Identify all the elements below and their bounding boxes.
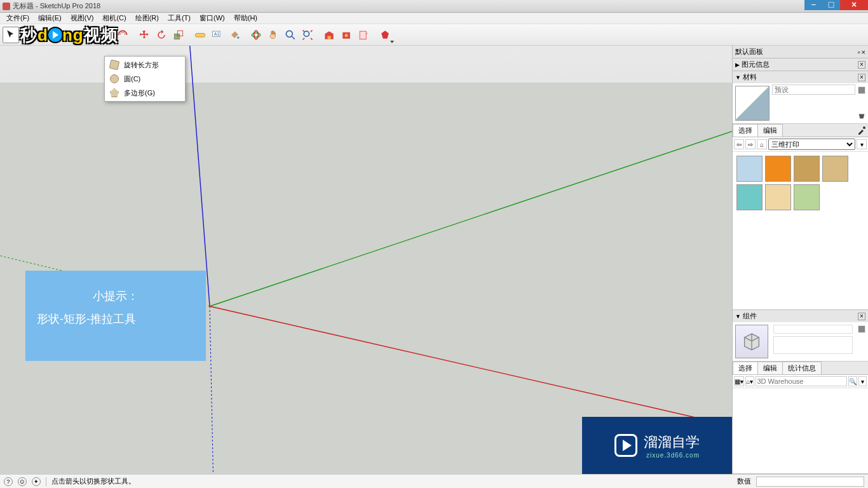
material-swatch[interactable] [794,184,820,210]
offset-tool[interactable] [114,27,131,43]
eraser-tool[interactable] [24,27,41,43]
nav-back-button[interactable]: ⇦ [734,139,744,149]
menu-tools[interactable]: 工具(T) [164,13,194,24]
material-swatch[interactable] [765,184,791,210]
tray-pin-icon[interactable]: ▫ [858,48,860,56]
menu-item-polygon[interactable]: 多边形(G) [106,86,184,100]
eraser-icon [26,29,39,41]
zoom-extents-tool[interactable] [299,27,316,43]
material-name-input[interactable] [772,85,855,95]
svg-line-19 [210,306,732,427]
ruby-tool[interactable] [377,27,393,43]
component-desc-field[interactable] [773,336,853,354]
tape-tool[interactable] [192,27,208,43]
view-mode-button[interactable]: ▦▾ [734,376,744,386]
scale-tool[interactable] [170,27,187,43]
nav-home-button[interactable]: ⌂▾ [745,376,754,386]
rotate-tool[interactable] [153,27,170,43]
menu-item-rotated-rectangle[interactable]: 旋转长方形 [106,58,184,72]
panel-close-icon[interactable]: × [858,74,865,81]
menu-item-circle[interactable]: 圆(C) [106,72,184,86]
extension-warehouse-tool[interactable] [338,27,355,43]
menu-view[interactable]: 视图(V) [67,13,98,24]
component-thumb[interactable] [735,325,768,358]
panel-close-icon[interactable]: × [858,313,865,320]
search-button[interactable]: 🔍 [848,376,857,386]
orbit-tool[interactable] [248,27,264,43]
svg-line-15 [189,46,210,306]
components-list[interactable] [733,388,868,473]
measurement-input[interactable] [756,477,864,487]
move-tool[interactable] [136,27,153,43]
select-tool[interactable] [3,27,19,43]
menu-draw[interactable]: 绘图(R) [132,13,163,24]
material-swatch[interactable] [822,156,848,182]
gear-box-icon [340,29,353,41]
default-material-icon[interactable] [857,112,866,121]
maximize-button[interactable]: □ [822,0,840,10]
pushpull-icon [99,29,112,41]
nav-home-button[interactable]: ⌂ [757,139,767,149]
material-swatch[interactable] [794,156,820,182]
material-swatch[interactable] [736,184,763,210]
window-title: 无标题 - SketchUp Pro 2018 [13,1,100,11]
create-material-icon[interactable] [857,86,866,95]
paint-tool[interactable] [226,27,243,43]
shapes-tool[interactable] [76,27,92,43]
tab-stats[interactable]: 统计信息 [782,362,822,374]
viewport-3d[interactable]: 旋转长方形 圆(C) 多边形(G) 小提示： 形状-矩形-推拉工具 溜溜自学 z… [0,46,732,474]
minimize-button[interactable]: − [804,0,822,10]
warehouse-icon [323,29,336,41]
nav-menu-button[interactable]: ▾ [857,139,867,149]
materials-nav: ⇦ ⇨ ⌂ 三维打印 ▾ [733,137,868,152]
nav-menu-button[interactable]: ▾ [858,376,867,386]
component-name-field[interactable] [773,325,853,334]
zoom-icon [284,29,297,41]
tab-select[interactable]: 选择 [733,124,758,137]
search-input[interactable] [756,376,847,386]
shapes-dropdown-menu: 旋转长方形 圆(C) 多边形(G) [104,56,186,102]
panel-close-icon[interactable]: × [858,61,865,69]
help-icon[interactable]: ? [4,477,13,486]
pan-tool[interactable] [265,27,281,43]
arc-tool[interactable] [58,27,75,43]
material-swatch[interactable] [736,156,763,182]
menu-file[interactable]: 文件(F) [3,13,33,24]
tab-edit[interactable]: 编辑 [757,124,783,137]
toolbar: A1 秒dng视频 [0,24,868,46]
replace-selected-icon[interactable] [857,325,866,334]
panel-head-components[interactable]: ▼组件 × [733,310,868,322]
tab-select[interactable]: 选择 [733,362,758,374]
panel-title: 图元信息 [742,60,770,68]
tray-header[interactable]: 默认面板 ▫ × [733,46,868,58]
menu-help[interactable]: 帮助(H) [230,13,261,24]
pushpull-tool[interactable] [97,27,114,43]
nav-fwd-button[interactable]: ⇨ [745,139,756,149]
collection-select[interactable]: 三维打印 [768,139,855,150]
svg-point-13 [345,34,348,37]
geolocation-icon[interactable]: ⊙ [18,477,27,486]
menu-camera[interactable]: 相机(C) [98,13,130,24]
warehouse-tool[interactable] [321,27,337,43]
orbit-icon [250,29,262,41]
measurement-label: 数值 [737,477,751,486]
close-button[interactable]: × [840,0,868,10]
material-swatch[interactable] [765,156,791,182]
line-tool[interactable] [41,27,58,43]
layout-tool[interactable] [355,27,372,43]
menu-edit[interactable]: 编辑(E) [34,13,65,24]
tip-body: 形状-矩形-推拉工具 [37,308,194,330]
panel-head-materials[interactable]: ▼材料 × [733,71,868,83]
eyedropper-icon[interactable] [857,125,867,135]
tray-close-icon[interactable]: × [862,48,865,56]
tab-edit[interactable]: 编辑 [757,362,783,374]
menu-window[interactable]: 窗口(W) [196,13,229,24]
text-tool[interactable]: A1 [209,27,226,43]
components-search-bar: ▦▾ ⌂▾ 🔍 ▾ [733,375,868,388]
rotate-icon [155,29,168,41]
zoom-tool[interactable] [282,27,299,43]
credits-icon[interactable]: ✦ [32,477,41,486]
current-material-swatch[interactable] [735,86,770,121]
panel-head-entity-info[interactable]: ▶图元信息 × [733,58,868,71]
panel-components: ▼组件 × 选择 编辑 [733,310,868,474]
